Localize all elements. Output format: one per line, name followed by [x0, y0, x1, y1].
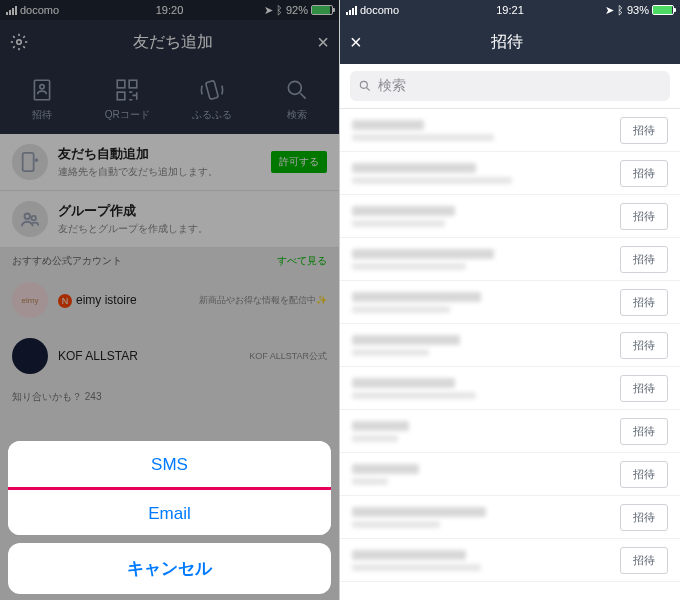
search-placeholder: 検索 — [378, 77, 406, 95]
search-input[interactable]: 検索 — [350, 71, 670, 101]
contact-info-blurred — [352, 206, 610, 227]
search-icon — [358, 79, 372, 93]
invite-button[interactable]: 招待 — [620, 375, 668, 402]
invite-button[interactable]: 招待 — [620, 117, 668, 144]
close-icon[interactable]: × — [350, 31, 362, 54]
invite-button[interactable]: 招待 — [620, 289, 668, 316]
contact-info-blurred — [352, 292, 610, 313]
contact-info-blurred — [352, 378, 610, 399]
contact-row[interactable]: 招待 — [340, 496, 680, 539]
battery-icon — [652, 5, 674, 15]
contact-row[interactable]: 招待 — [340, 109, 680, 152]
action-sheet: SMS Email キャンセル — [8, 441, 331, 594]
invite-button[interactable]: 招待 — [620, 418, 668, 445]
bluetooth-icon: ᛒ — [617, 4, 624, 16]
cancel-button[interactable]: キャンセル — [8, 543, 331, 594]
invite-button[interactable]: 招待 — [620, 547, 668, 574]
invite-button[interactable]: 招待 — [620, 246, 668, 273]
contact-info-blurred — [352, 249, 610, 270]
contact-info-blurred — [352, 550, 610, 571]
carrier-label: docomo — [360, 4, 399, 16]
left-screen: docomo 19:20 ➤ ᛒ 92% 友だち追加 × 招待 QRコード ふる… — [0, 0, 340, 600]
status-bar: docomo 19:21 ➤ ᛒ 93% — [340, 0, 680, 20]
svg-point-11 — [360, 81, 367, 88]
contact-info-blurred — [352, 507, 610, 528]
battery-pct: 93% — [627, 4, 649, 16]
contact-info-blurred — [352, 335, 610, 356]
contact-row[interactable]: 招待 — [340, 281, 680, 324]
contact-row[interactable]: 招待 — [340, 410, 680, 453]
search-bar-container: 検索 — [340, 64, 680, 109]
nav-title: 招待 — [491, 32, 523, 53]
contact-list[interactable]: 招待招待招待招待招待招待招待招待招待招待招待 — [340, 109, 680, 600]
contact-info-blurred — [352, 120, 610, 141]
email-option[interactable]: Email — [8, 487, 331, 535]
location-icon: ➤ — [605, 4, 614, 17]
invite-button[interactable]: 招待 — [620, 160, 668, 187]
contact-info-blurred — [352, 464, 610, 485]
contact-row[interactable]: 招待 — [340, 453, 680, 496]
contact-row[interactable]: 招待 — [340, 238, 680, 281]
right-screen: docomo 19:21 ➤ ᛒ 93% × 招待 検索 招待招待招待招待招待招… — [340, 0, 680, 600]
contact-info-blurred — [352, 421, 610, 442]
contact-info-blurred — [352, 163, 610, 184]
contact-row[interactable]: 招待 — [340, 324, 680, 367]
sms-option[interactable]: SMS — [8, 441, 331, 490]
nav-bar: × 招待 — [340, 20, 680, 64]
invite-button[interactable]: 招待 — [620, 203, 668, 230]
contact-row[interactable]: 招待 — [340, 539, 680, 582]
contact-row[interactable]: 招待 — [340, 195, 680, 238]
contact-row[interactable]: 招待 — [340, 152, 680, 195]
contact-row[interactable]: 招待 — [340, 367, 680, 410]
invite-button[interactable]: 招待 — [620, 332, 668, 359]
signal-icon — [346, 6, 357, 15]
invite-button[interactable]: 招待 — [620, 504, 668, 531]
clock: 19:21 — [496, 4, 524, 16]
invite-button[interactable]: 招待 — [620, 461, 668, 488]
